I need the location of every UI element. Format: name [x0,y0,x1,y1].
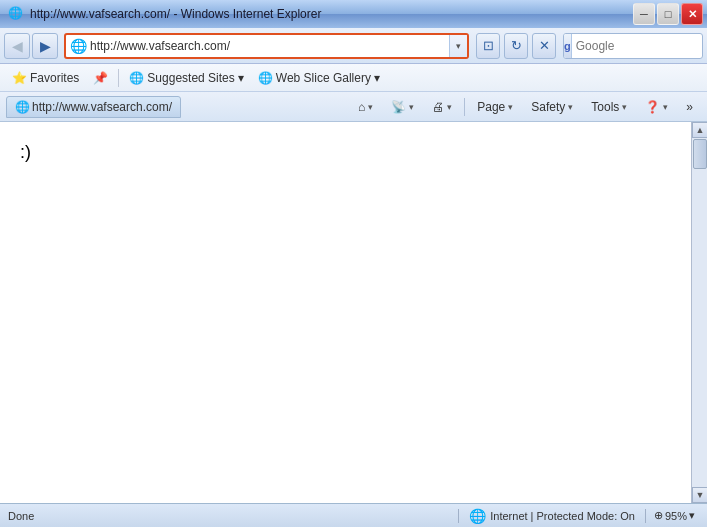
feeds-dropdown-icon: ▾ [409,102,414,112]
scroll-thumb[interactable] [693,139,707,169]
add-favorites-button[interactable]: 📌 [87,69,114,87]
suggested-icon: 🌐 [129,71,144,85]
maximize-button[interactable]: □ [657,3,679,25]
active-tab[interactable]: 🌐 http://www.vafsearch.com/ [6,96,181,118]
window-title: http://www.vafsearch.com/ - Windows Inte… [30,7,321,21]
command-bar: 🌐 http://www.vafsearch.com/ ⌂ ▾ 📡 ▾ 🖨 ▾ … [0,92,707,122]
zoom-dropdown-icon: ▾ [689,509,695,522]
page-dropdown-icon: ▾ [508,102,513,112]
search-provider-icon[interactable]: g [564,34,572,58]
more-button[interactable]: » [678,97,701,117]
fav-separator [118,69,119,87]
favorites-label: Favorites [30,71,79,85]
tab-url: http://www.vafsearch.com/ [32,100,172,114]
add-fav-icon: 📌 [93,71,108,85]
scroll-track[interactable] [692,138,707,487]
compat-view-button[interactable]: ⊡ [476,33,500,59]
address-site-icon: 🌐 [69,37,87,55]
window-controls: ─ □ ✕ [633,3,703,25]
help-dropdown-icon: ▾ [663,102,668,112]
favorites-button[interactable]: ⭐ Favorites [6,69,85,87]
star-icon: ⭐ [12,71,27,85]
ie-icon: 🌐 [8,6,24,22]
page-text: :) [20,142,31,162]
search-box: g 🔍 [563,33,703,59]
vertical-scrollbar: ▲ ▼ [691,122,707,503]
status-divider-2 [645,509,646,523]
web-slice-gallery-item[interactable]: 🌐 Web Slice Gallery ▾ [252,69,386,87]
status-text: Done [8,510,454,522]
close-button[interactable]: ✕ [681,3,703,25]
more-icon: » [686,100,693,114]
minimize-button[interactable]: ─ [633,3,655,25]
content-area[interactable]: :) [0,122,691,503]
zoom-icon: ⊕ [654,509,663,522]
print-dropdown-icon: ▾ [447,102,452,112]
print-button[interactable]: 🖨 ▾ [424,97,460,117]
feeds-button[interactable]: 📡 ▾ [383,97,422,117]
webslice-icon: 🌐 [258,71,273,85]
safety-dropdown-icon: ▾ [568,102,573,112]
address-dropdown-button[interactable]: ▾ [449,34,467,58]
safety-label: Safety [531,100,565,114]
title-bar-left: 🌐 http://www.vafsearch.com/ - Windows In… [8,6,321,22]
webslice-dropdown-icon: ▾ [374,71,380,85]
status-bar: Done 🌐 Internet | Protected Mode: On ⊕ 9… [0,503,707,527]
safety-button[interactable]: Safety ▾ [523,97,581,117]
tools-label: Tools [591,100,619,114]
help-icon: ❓ [645,100,660,114]
title-bar: 🌐 http://www.vafsearch.com/ - Windows In… [0,0,707,28]
main-area: :) ▲ ▼ [0,122,707,503]
page-label: Page [477,100,505,114]
cmd-divider-1 [464,98,465,116]
scroll-down-button[interactable]: ▼ [692,487,707,503]
tab-icon: 🌐 [15,100,30,114]
page-button[interactable]: Page ▾ [469,97,521,117]
feeds-icon: 📡 [391,100,406,114]
help-button[interactable]: ❓ ▾ [637,97,676,117]
print-icon: 🖨 [432,100,444,114]
suggested-dropdown-icon: ▾ [238,71,244,85]
address-bar: 🌐 ▾ [64,33,469,59]
suggested-label: Suggested Sites [147,71,234,85]
status-divider-1 [458,509,459,523]
stop-button[interactable]: ✕ [532,33,556,59]
scroll-up-button[interactable]: ▲ [692,122,707,138]
zoom-section: ⊕ 95% ▾ [650,509,699,522]
suggested-sites-item[interactable]: 🌐 Suggested Sites ▾ [123,69,249,87]
forward-button[interactable]: ▶ [32,33,58,59]
navigation-bar: ◀ ▶ 🌐 ▾ ⊡ ↻ ✕ g 🔍 [0,28,707,64]
home-button[interactable]: ⌂ ▾ [350,97,381,117]
refresh-button[interactable]: ↻ [504,33,528,59]
home-icon: ⌂ [358,100,365,114]
back-button[interactable]: ◀ [4,33,30,59]
search-input[interactable] [572,39,703,53]
tools-button[interactable]: Tools ▾ [583,97,635,117]
zone-text: Internet | Protected Mode: On [490,510,635,522]
zoom-value: 95% [665,510,687,522]
zone-section: 🌐 Internet | Protected Mode: On [463,508,641,524]
home-dropdown-icon: ▾ [368,102,373,112]
web-slice-gallery-label: Web Slice Gallery [276,71,371,85]
favorites-bar: ⭐ Favorites 📌 🌐 Suggested Sites ▾ 🌐 Web … [0,64,707,92]
address-input[interactable] [90,39,449,53]
tools-dropdown-icon: ▾ [622,102,627,112]
globe-icon: 🌐 [469,508,486,524]
zoom-button[interactable]: ⊕ 95% ▾ [650,509,699,522]
page-content: :) [0,122,691,183]
